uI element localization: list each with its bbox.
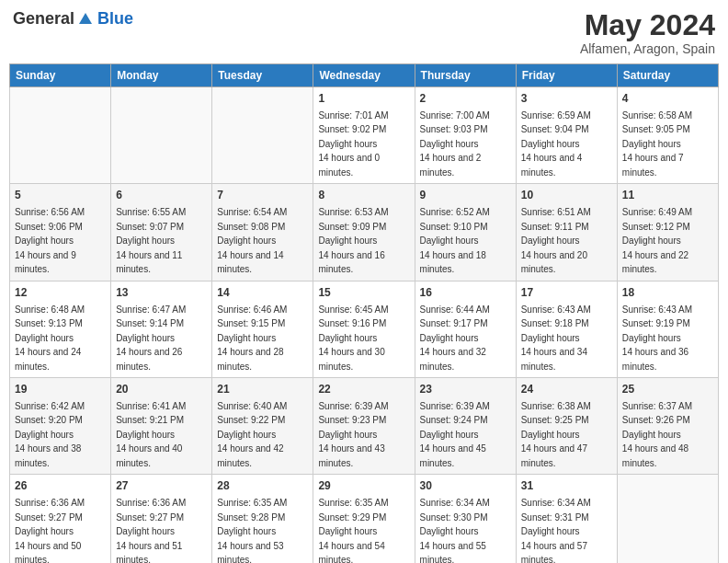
cell-text: Sunrise: 6:46 AMSunset: 9:15 PMDaylight … bbox=[217, 304, 287, 372]
cell-text: Sunrise: 6:39 AMSunset: 9:24 PMDaylight … bbox=[420, 401, 490, 468]
day-number: 16 bbox=[420, 285, 511, 301]
calendar-cell: 8Sunrise: 6:53 AMSunset: 9:09 PMDaylight… bbox=[313, 184, 415, 281]
weekday-header-monday: Monday bbox=[111, 64, 212, 87]
day-number: 6 bbox=[116, 188, 207, 203]
day-number: 8 bbox=[318, 188, 409, 203]
cell-text: Sunrise: 6:38 AMSunset: 9:25 PMDaylight … bbox=[521, 401, 591, 468]
cell-text: Sunrise: 6:56 AMSunset: 9:06 PMDaylight … bbox=[15, 207, 85, 274]
calendar-cell: 10Sunrise: 6:51 AMSunset: 9:11 PMDayligh… bbox=[516, 184, 617, 281]
calendar-cell: 27Sunrise: 6:36 AMSunset: 9:27 PMDayligh… bbox=[111, 475, 212, 563]
calendar-cell: 28Sunrise: 6:35 AMSunset: 9:28 PMDayligh… bbox=[212, 475, 313, 563]
calendar-cell: 24Sunrise: 6:38 AMSunset: 9:25 PMDayligh… bbox=[516, 378, 617, 475]
cell-text: Sunrise: 6:41 AMSunset: 9:21 PMDaylight … bbox=[116, 401, 186, 468]
cell-text: Sunrise: 6:36 AMSunset: 9:27 PMDaylight … bbox=[116, 498, 186, 563]
calendar-table: SundayMondayTuesdayWednesdayThursdayFrid… bbox=[9, 63, 719, 563]
cell-text: Sunrise: 6:52 AMSunset: 9:10 PMDaylight … bbox=[420, 207, 490, 274]
day-number: 26 bbox=[15, 478, 106, 494]
calendar-cell: 26Sunrise: 6:36 AMSunset: 9:27 PMDayligh… bbox=[10, 475, 111, 563]
cell-text: Sunrise: 6:47 AMSunset: 9:14 PMDaylight … bbox=[116, 304, 186, 372]
cell-text: Sunrise: 6:35 AMSunset: 9:28 PMDaylight … bbox=[217, 498, 287, 563]
day-number: 14 bbox=[217, 285, 308, 301]
weekday-header-sunday: Sunday bbox=[10, 64, 111, 87]
day-number: 1 bbox=[318, 91, 409, 107]
location-title: Alfamen, Aragon, Spain bbox=[580, 41, 715, 56]
cell-text: Sunrise: 6:59 AMSunset: 9:04 PMDaylight … bbox=[521, 110, 591, 178]
day-number: 11 bbox=[622, 188, 713, 203]
cell-text: Sunrise: 6:39 AMSunset: 9:23 PMDaylight … bbox=[318, 401, 388, 468]
logo-icon bbox=[77, 11, 94, 28]
calendar-cell: 22Sunrise: 6:39 AMSunset: 9:23 PMDayligh… bbox=[313, 378, 415, 475]
calendar-cell: 6Sunrise: 6:55 AMSunset: 9:07 PMDaylight… bbox=[111, 184, 212, 281]
cell-text: Sunrise: 6:53 AMSunset: 9:09 PMDaylight … bbox=[318, 207, 388, 274]
calendar-cell bbox=[617, 475, 718, 563]
calendar-cell: 14Sunrise: 6:46 AMSunset: 9:15 PMDayligh… bbox=[212, 281, 313, 377]
cell-text: Sunrise: 6:43 AMSunset: 9:18 PMDaylight … bbox=[521, 304, 591, 372]
weekday-header-saturday: Saturday bbox=[617, 64, 718, 87]
day-number: 9 bbox=[420, 188, 511, 203]
day-number: 29 bbox=[318, 478, 409, 494]
day-number: 27 bbox=[116, 478, 207, 494]
day-number: 10 bbox=[521, 188, 612, 203]
calendar-cell: 2Sunrise: 7:00 AMSunset: 9:03 PMDaylight… bbox=[415, 87, 516, 184]
calendar-cell: 30Sunrise: 6:34 AMSunset: 9:30 PMDayligh… bbox=[415, 475, 516, 563]
calendar-week-row: 19Sunrise: 6:42 AMSunset: 9:20 PMDayligh… bbox=[10, 378, 719, 475]
calendar-cell: 17Sunrise: 6:43 AMSunset: 9:18 PMDayligh… bbox=[516, 281, 617, 377]
calendar-cell bbox=[10, 87, 111, 184]
calendar-cell bbox=[111, 87, 212, 184]
day-number: 23 bbox=[420, 382, 511, 397]
day-number: 3 bbox=[521, 91, 612, 107]
calendar-body: 1Sunrise: 7:01 AMSunset: 9:02 PMDaylight… bbox=[10, 87, 719, 563]
day-number: 13 bbox=[116, 285, 207, 301]
cell-text: Sunrise: 6:34 AMSunset: 9:30 PMDaylight … bbox=[420, 498, 490, 563]
calendar-cell: 1Sunrise: 7:01 AMSunset: 9:02 PMDaylight… bbox=[313, 87, 415, 184]
day-number: 5 bbox=[15, 188, 106, 203]
svg-marker-0 bbox=[79, 13, 92, 24]
cell-text: Sunrise: 6:40 AMSunset: 9:22 PMDaylight … bbox=[217, 401, 287, 468]
cell-text: Sunrise: 6:45 AMSunset: 9:16 PMDaylight … bbox=[318, 304, 388, 372]
day-number: 2 bbox=[420, 91, 511, 107]
weekday-header-friday: Friday bbox=[516, 64, 617, 87]
cell-text: Sunrise: 6:35 AMSunset: 9:29 PMDaylight … bbox=[318, 498, 388, 563]
cell-text: Sunrise: 6:48 AMSunset: 9:13 PMDaylight … bbox=[15, 304, 85, 372]
day-number: 24 bbox=[521, 382, 612, 397]
calendar-week-row: 5Sunrise: 6:56 AMSunset: 9:06 PMDaylight… bbox=[10, 184, 719, 281]
calendar-cell: 4Sunrise: 6:58 AMSunset: 9:05 PMDaylight… bbox=[617, 87, 718, 184]
day-number: 21 bbox=[217, 382, 308, 397]
calendar-cell: 7Sunrise: 6:54 AMSunset: 9:08 PMDaylight… bbox=[212, 184, 313, 281]
calendar-cell: 23Sunrise: 6:39 AMSunset: 9:24 PMDayligh… bbox=[415, 378, 516, 475]
day-number: 20 bbox=[116, 382, 207, 397]
day-number: 17 bbox=[521, 285, 612, 301]
day-number: 12 bbox=[15, 285, 106, 301]
cell-text: Sunrise: 7:00 AMSunset: 9:03 PMDaylight … bbox=[420, 110, 490, 178]
calendar-cell: 25Sunrise: 6:37 AMSunset: 9:26 PMDayligh… bbox=[617, 378, 718, 475]
page-header: General Blue May 2024 Alfamen, Aragon, S… bbox=[9, 9, 719, 56]
day-number: 4 bbox=[622, 91, 713, 107]
day-number: 18 bbox=[622, 285, 713, 301]
cell-text: Sunrise: 6:36 AMSunset: 9:27 PMDaylight … bbox=[15, 498, 85, 563]
calendar-cell: 13Sunrise: 6:47 AMSunset: 9:14 PMDayligh… bbox=[111, 281, 212, 377]
month-title: May 2024 bbox=[580, 9, 715, 41]
cell-text: Sunrise: 6:42 AMSunset: 9:20 PMDaylight … bbox=[15, 401, 85, 468]
calendar-cell: 19Sunrise: 6:42 AMSunset: 9:20 PMDayligh… bbox=[10, 378, 111, 475]
cell-text: Sunrise: 6:49 AMSunset: 9:12 PMDaylight … bbox=[622, 207, 692, 274]
calendar-cell: 9Sunrise: 6:52 AMSunset: 9:10 PMDaylight… bbox=[415, 184, 516, 281]
calendar-week-row: 1Sunrise: 7:01 AMSunset: 9:02 PMDaylight… bbox=[10, 87, 719, 184]
cell-text: Sunrise: 6:54 AMSunset: 9:08 PMDaylight … bbox=[217, 207, 287, 274]
logo: General Blue bbox=[13, 9, 133, 29]
calendar-cell: 15Sunrise: 6:45 AMSunset: 9:16 PMDayligh… bbox=[313, 281, 415, 377]
calendar-cell: 16Sunrise: 6:44 AMSunset: 9:17 PMDayligh… bbox=[415, 281, 516, 377]
day-number: 30 bbox=[420, 478, 511, 494]
cell-text: Sunrise: 6:58 AMSunset: 9:05 PMDaylight … bbox=[622, 110, 692, 178]
title-block: May 2024 Alfamen, Aragon, Spain bbox=[580, 9, 715, 56]
calendar-cell: 11Sunrise: 6:49 AMSunset: 9:12 PMDayligh… bbox=[617, 184, 718, 281]
cell-text: Sunrise: 6:37 AMSunset: 9:26 PMDaylight … bbox=[622, 401, 692, 468]
calendar-cell: 31Sunrise: 6:34 AMSunset: 9:31 PMDayligh… bbox=[516, 475, 617, 563]
cell-text: Sunrise: 6:51 AMSunset: 9:11 PMDaylight … bbox=[521, 207, 591, 274]
day-number: 19 bbox=[15, 382, 106, 397]
calendar-cell: 29Sunrise: 6:35 AMSunset: 9:29 PMDayligh… bbox=[313, 475, 415, 563]
weekday-header-wednesday: Wednesday bbox=[313, 64, 415, 87]
cell-text: Sunrise: 6:43 AMSunset: 9:19 PMDaylight … bbox=[622, 304, 692, 372]
calendar-cell: 18Sunrise: 6:43 AMSunset: 9:19 PMDayligh… bbox=[617, 281, 718, 377]
day-number: 25 bbox=[622, 382, 713, 397]
calendar-cell: 3Sunrise: 6:59 AMSunset: 9:04 PMDaylight… bbox=[516, 87, 617, 184]
